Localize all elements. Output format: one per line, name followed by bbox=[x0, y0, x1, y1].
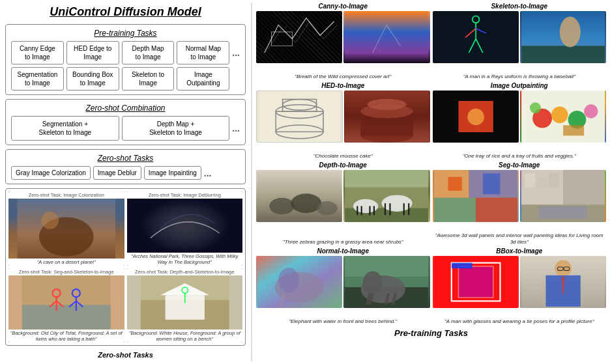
svg-point-57 bbox=[291, 194, 321, 214]
img-skeleton-input bbox=[433, 11, 519, 63]
caption-canny: "Breath of the Wild compressed cover art… bbox=[256, 74, 430, 80]
example-seg-skeleton: Zero-shot Task: Seg-and-Skeleton-to-Imag… bbox=[8, 268, 124, 343]
svg-rect-77 bbox=[448, 177, 461, 191]
images-bbox bbox=[433, 256, 607, 317]
caption-normal: "Elephant with water in front and trees … bbox=[256, 318, 430, 325]
img-normal-output bbox=[343, 256, 429, 308]
dots-3: ... bbox=[232, 123, 240, 133]
section-bbox: BBox-to-Image bbox=[433, 247, 607, 324]
example-deblur-label: Zero-shot Task: Image Deblurring bbox=[127, 191, 243, 199]
section-outpainting: Image Outpainting bbox=[433, 82, 607, 159]
img-canny-output bbox=[343, 11, 429, 63]
combo-title: Zero-shot Combination bbox=[11, 104, 240, 113]
left-panel: UniControl Diffusion Model Pre-training … bbox=[0, 0, 251, 364]
img-hed-output bbox=[344, 91, 429, 143]
main-title: UniControl Diffusion Model bbox=[5, 5, 246, 19]
title-outpainting: Image Outpainting bbox=[433, 82, 607, 89]
example-depth-skeleton-caption: "Background: White House, Foreground: A … bbox=[127, 329, 243, 343]
example-colorization: Zero-shot Task: Image Colorization bbox=[8, 191, 124, 266]
svg-rect-4 bbox=[140, 199, 229, 253]
caption-hed: "Chocolate mousse cake" bbox=[256, 153, 430, 160]
svg-point-89 bbox=[278, 268, 299, 292]
svg-point-67 bbox=[382, 195, 413, 212]
svg-rect-32 bbox=[521, 46, 605, 63]
img-hed-input bbox=[256, 91, 343, 143]
section-canny: Canny-to-Image bbox=[256, 3, 430, 79]
task-bbox: Bounding Boxto Image bbox=[66, 67, 119, 91]
pretrain-section: Pre-training Tasks Canny Edgeto Image HE… bbox=[5, 24, 246, 95]
images-normal bbox=[256, 256, 430, 317]
task-normal: Normal Mapto Image bbox=[177, 41, 229, 64]
svg-point-44 bbox=[368, 99, 407, 110]
images-canny bbox=[256, 11, 430, 72]
examples-container: Zero-shot Task: Image Colorization bbox=[5, 188, 246, 346]
example-deblur: Zero-shot Task: Image Deblurring bbox=[127, 191, 243, 266]
example-colorization-img bbox=[8, 199, 124, 259]
img-outpainting-input bbox=[433, 91, 519, 143]
right-bottom-label: Pre-training Tasks bbox=[256, 327, 606, 361]
task-hed: HED Edge toImage bbox=[66, 41, 119, 64]
right-panel: Canny-to-Image bbox=[252, 0, 610, 364]
svg-point-2 bbox=[41, 212, 59, 229]
svg-point-50 bbox=[551, 107, 568, 124]
left-bottom-label: Zero-shot Tasks bbox=[5, 351, 246, 359]
caption-outpainting: "One tray of rice and a tray of fruits a… bbox=[433, 153, 607, 160]
task-outpainting: ImageOutpainting bbox=[177, 67, 229, 91]
svg-point-56 bbox=[269, 198, 294, 215]
zeroshot-tasks-row: Gray Image Colorization Image Deblur Ima… bbox=[11, 166, 240, 180]
task-seg: Segmentationto Image bbox=[11, 67, 64, 91]
svg-rect-23 bbox=[345, 11, 428, 63]
example-deblur-caption: "Arches National Park, Three Gossips, Wi… bbox=[127, 253, 243, 266]
svg-rect-83 bbox=[525, 174, 535, 188]
svg-rect-75 bbox=[434, 198, 476, 222]
task-colorization: Gray Image Colorization bbox=[11, 166, 91, 180]
svg-rect-54 bbox=[563, 126, 584, 136]
svg-rect-76 bbox=[476, 198, 517, 222]
title-bbox: BBox-to-Image bbox=[433, 247, 607, 255]
caption-seg: "Awesome 3d wall panels and interior wal… bbox=[433, 232, 607, 245]
svg-point-33 bbox=[560, 17, 581, 48]
svg-rect-92 bbox=[345, 256, 428, 277]
img-bbox-output bbox=[520, 256, 606, 308]
svg-rect-21 bbox=[257, 11, 341, 63]
dots-2 bbox=[232, 67, 240, 91]
svg-rect-22 bbox=[271, 32, 292, 46]
task-deblur: Image Deblur bbox=[93, 166, 141, 180]
svg-rect-85 bbox=[548, 174, 559, 188]
task-inpainting: Image Inpainting bbox=[144, 166, 201, 180]
img-depth-input bbox=[256, 170, 342, 222]
svg-rect-61 bbox=[345, 170, 428, 188]
section-seg: Seg-to-Image bbox=[433, 161, 607, 245]
img-outpainting-output bbox=[520, 91, 606, 143]
example-seg-skeleton-img bbox=[8, 275, 124, 329]
example-colorization-caption: "A cave on a desert planet" bbox=[8, 259, 124, 266]
example-depth-skeleton-label: Zero-shot Task: Depth-and-Skeleton-to-Im… bbox=[127, 268, 243, 275]
img-seg-input bbox=[433, 170, 519, 222]
svg-point-53 bbox=[530, 102, 541, 113]
title-depth: Depth-to-Image bbox=[256, 161, 430, 169]
dots-4: ... bbox=[204, 168, 212, 178]
svg-rect-84 bbox=[536, 174, 547, 188]
svg-point-52 bbox=[584, 105, 598, 119]
caption-skeleton: "A man in a Rays uniform is throwing a b… bbox=[433, 74, 607, 80]
examples-grid: Zero-shot Task: Image Colorization bbox=[8, 191, 242, 343]
svg-rect-78 bbox=[482, 174, 500, 195]
task-canny: Canny Edgeto Image bbox=[11, 41, 64, 64]
zeroshot-tasks-title: Zero-shot Tasks bbox=[11, 154, 240, 163]
img-seg-output bbox=[520, 170, 606, 222]
svg-rect-98 bbox=[451, 263, 472, 269]
pretrain-title: Pre-training Tasks bbox=[11, 29, 240, 38]
svg-rect-34 bbox=[259, 91, 340, 142]
example-colorization-label: Zero-shot Task: Image Colorization bbox=[8, 191, 124, 199]
zeroshot-tasks-section: Zero-shot Tasks Gray Image Colorization … bbox=[5, 149, 246, 184]
title-seg: Seg-to-Image bbox=[433, 161, 607, 169]
svg-rect-97 bbox=[458, 266, 493, 298]
example-depth-skeleton: Zero-shot Task: Depth-and-Skeleton-to-Im… bbox=[127, 268, 243, 343]
example-seg-skeleton-label: Zero-shot Task: Seg-and-Skeleton-to-Imag… bbox=[8, 268, 124, 275]
section-skeleton: Skeleton-to-Image bbox=[433, 3, 607, 79]
caption-depth: "Three zebras grazing in a grassy area n… bbox=[256, 239, 430, 245]
svg-rect-81 bbox=[563, 170, 605, 204]
dots-1: ... bbox=[232, 41, 240, 64]
example-depth-skeleton-img bbox=[127, 275, 243, 329]
img-canny-input bbox=[256, 11, 342, 63]
